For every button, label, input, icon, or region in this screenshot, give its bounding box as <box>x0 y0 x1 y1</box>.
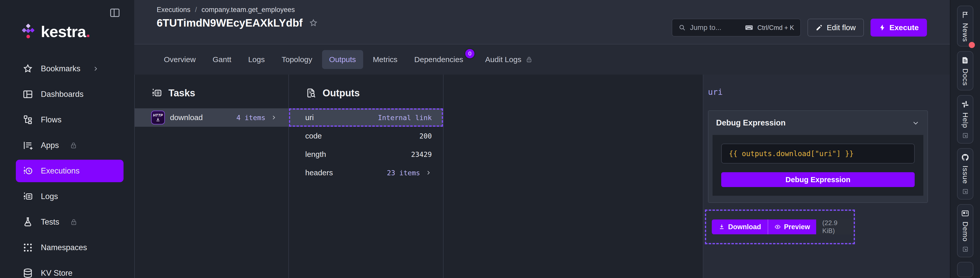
output-row-length[interactable]: length 23429 <box>289 145 443 163</box>
sidebar-item-label: Tests <box>41 217 59 227</box>
task-row-download[interactable]: HTTP download 4 items <box>135 108 288 127</box>
debug-expression-header[interactable]: Debug Expression <box>708 111 928 135</box>
tab-gantt[interactable]: Gantt <box>205 50 239 69</box>
sidebar-item-executions[interactable]: Executions <box>16 160 124 182</box>
dashboard-icon <box>22 89 33 100</box>
rail-tab-help[interactable]: Help <box>957 95 974 144</box>
output-value: 200 <box>419 132 432 140</box>
debug-expression-button[interactable]: Debug Expression <box>721 172 915 187</box>
output-row-headers[interactable]: headers 23 items <box>289 163 443 182</box>
kestra-logo-icon <box>21 23 35 40</box>
lock-icon <box>70 218 78 226</box>
next-level-column <box>444 75 703 278</box>
sidebar-item-kv-store[interactable]: KV Store <box>0 260 134 278</box>
tab-overview[interactable]: Overview <box>157 50 203 69</box>
lock-icon <box>70 142 77 149</box>
tab-logs[interactable]: Logs <box>241 50 272 69</box>
external-link-icon <box>962 188 969 195</box>
download-button[interactable]: Download <box>712 219 768 234</box>
sidebar-item-logs[interactable]: Logs <box>0 184 134 209</box>
outputs-content: Tasks HTTP download 4 items <box>134 75 950 278</box>
sidebar-item-label: KV Store <box>41 268 73 278</box>
sidebar-item-bookmarks[interactable]: Bookmarks <box>0 56 134 81</box>
rail-tab-news[interactable]: News <box>957 6 974 46</box>
tab-outputs[interactable]: Outputs <box>322 50 363 69</box>
tasks-icon <box>151 87 162 99</box>
breadcrumb: Executions / company.team.get_employees <box>157 6 318 14</box>
dependencies-count-badge: 0 <box>465 49 474 58</box>
breadcrumb-executions-link[interactable]: Executions <box>157 6 190 14</box>
sidebar-item-apps[interactable]: Apps <box>0 133 134 158</box>
sidebar-item-flows[interactable]: Flows <box>0 107 134 133</box>
sidebar-item-label: Logs <box>41 192 58 201</box>
sidebar-item-label: Namespaces <box>41 243 87 252</box>
expression-input[interactable]: {{ outputs.download["uri"] }} <box>721 144 915 163</box>
task-label: download <box>170 113 231 122</box>
outputs-panel-header: Outputs <box>289 75 443 99</box>
tab-topology[interactable]: Topology <box>274 50 319 69</box>
logo-text: kestra. <box>41 22 90 41</box>
selected-output-title: uri <box>708 87 950 97</box>
edit-flow-button[interactable]: Edit flow <box>808 19 864 37</box>
main-area: Executions / company.team.get_employees … <box>134 0 950 278</box>
sidebar-item-label: Dashboards <box>41 90 83 99</box>
jump-to-search[interactable]: Ctrl/Cmd + K <box>672 19 801 37</box>
sidebar-item-label: Bookmarks <box>41 64 80 73</box>
topbar-right: Ctrl/Cmd + K Edit flow Execute <box>672 0 927 44</box>
topbar: Executions / company.team.get_employees … <box>134 0 950 44</box>
output-key: headers <box>305 168 382 177</box>
sidebar-item-tests[interactable]: Tests <box>0 209 134 235</box>
kestra-logo[interactable]: kestra. <box>0 0 134 41</box>
external-link-icon <box>962 132 969 139</box>
output-value: 23 items <box>387 169 420 177</box>
rail-tab-demo[interactable]: Demo <box>957 204 974 257</box>
title-row: 6TUTimdN9WEcyEAXkLYdbf <box>157 17 318 29</box>
executions-icon <box>22 166 33 176</box>
http-task-icon: HTTP <box>151 111 165 125</box>
favorite-star-icon[interactable] <box>309 18 318 27</box>
tab-dependencies[interactable]: Dependencies 0 <box>407 50 476 69</box>
debug-expression-body: {{ outputs.download["uri"] }} Debug Expr… <box>713 135 923 196</box>
tab-metrics[interactable]: Metrics <box>366 50 405 69</box>
task-items-count: 4 items <box>236 114 266 121</box>
tasks-column: Tasks HTTP download 4 items <box>134 75 289 278</box>
chevron-right-icon <box>425 169 432 176</box>
breadcrumb-flow-link[interactable]: company.team.get_employees <box>202 6 295 14</box>
search-input[interactable] <box>690 24 741 32</box>
demo-video-icon <box>961 209 969 217</box>
rail-tab-issue[interactable]: Issue <box>957 148 974 200</box>
sidebar-item-namespaces[interactable]: Namespaces <box>0 235 134 260</box>
breadcrumb-separator: / <box>195 6 197 14</box>
file-actions-group: Download Preview (22.9 KiB) <box>712 219 854 234</box>
sidebar-item-label: Flows <box>41 115 62 125</box>
output-value: Internal link <box>378 114 432 121</box>
output-row-uri[interactable]: uri Internal link <box>289 108 443 127</box>
file-actions-selection: Download Preview (22.9 KiB) <box>705 209 855 244</box>
tasks-panel-header: Tasks <box>135 75 288 99</box>
slack-icon <box>961 100 969 108</box>
output-value: 23429 <box>411 150 432 158</box>
sidebar-item-dashboards[interactable]: Dashboards <box>0 81 134 107</box>
external-link-icon <box>962 246 969 253</box>
sidebar: kestra. Bookmarks Dashboards Flows Apps <box>0 0 134 278</box>
preview-button[interactable]: Preview <box>768 219 816 234</box>
eye-icon <box>774 224 781 230</box>
chevron-right-icon <box>270 114 277 121</box>
rail-tab-partial[interactable] <box>957 262 974 277</box>
tab-audit-logs[interactable]: Audit Logs <box>478 50 540 69</box>
execution-tabs: Overview Gantt Logs Topology Outputs Met… <box>134 44 950 75</box>
execute-button[interactable]: Execute <box>870 19 927 37</box>
detail-panel: uri Debug Expression {{ outputs.download… <box>703 75 950 278</box>
docs-icon <box>961 56 969 64</box>
rail-tab-docs[interactable]: Docs <box>957 51 974 91</box>
file-size-label: (22.9 KiB) <box>816 219 854 234</box>
download-icon <box>718 224 725 230</box>
star-icon <box>22 63 33 74</box>
tasks-panel-title: Tasks <box>169 88 195 99</box>
right-rail: News Docs Help Issue Demo <box>950 0 980 278</box>
keyboard-icon <box>745 23 753 32</box>
sidebar-collapse-icon[interactable] <box>109 7 121 18</box>
output-key: uri <box>305 113 373 122</box>
flows-icon <box>22 115 33 125</box>
output-row-code[interactable]: code 200 <box>289 127 443 145</box>
